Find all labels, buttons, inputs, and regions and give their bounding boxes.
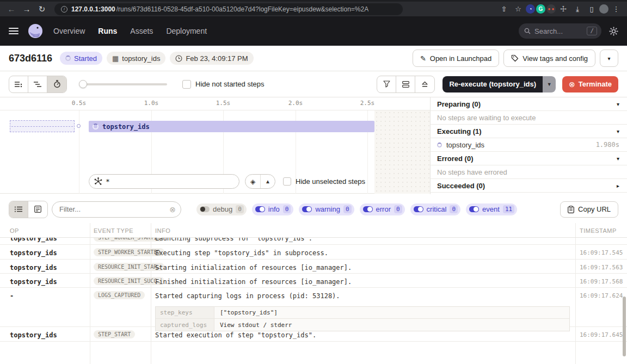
gantt-future-region xyxy=(374,110,430,194)
clear-filter-icon[interactable]: ⊗ xyxy=(169,205,176,214)
spinner-icon xyxy=(93,124,99,129)
axis-tick: 2.0s xyxy=(284,100,308,107)
executing-section-header[interactable]: Executing (1) ▾ xyxy=(431,125,627,138)
settings-gear-icon[interactable] xyxy=(609,27,618,36)
timed-view-button[interactable] xyxy=(47,76,66,92)
toggle-event[interactable]: event 11 xyxy=(466,203,517,215)
nav-item-overview[interactable]: Overview xyxy=(53,27,85,35)
run-actions-menu-button[interactable]: ▾ xyxy=(600,50,618,67)
log-row[interactable]: topstory_ids RESOURCE_INIT_STAR… Startin… xyxy=(0,260,627,274)
col-header-event-type: EVENT TYPE xyxy=(94,227,133,234)
errored-section-header[interactable]: Errored (0) ▾ xyxy=(431,152,627,165)
browser-menu-icon[interactable]: ⋮ xyxy=(610,5,623,13)
metadata-key: step_keys xyxy=(156,307,214,318)
nav-item-runs[interactable]: Runs xyxy=(98,27,117,35)
side-panel-icon[interactable]: ▯ xyxy=(585,5,598,13)
view-tags-config-button[interactable]: View tags and config xyxy=(503,50,595,67)
log-filter-input[interactable] xyxy=(52,201,181,218)
dagster-logo[interactable] xyxy=(27,23,44,39)
gantt-view-mode-group xyxy=(9,76,67,93)
gantt-connector-dot xyxy=(77,124,81,128)
extension-clock-icon[interactable]: ◔ xyxy=(526,4,535,14)
run-time-tag: Feb 23, 4:09:17 PM xyxy=(170,52,253,65)
executing-step-row[interactable]: topstory_ids 1.980s xyxy=(431,138,627,152)
spinner-icon xyxy=(65,55,71,61)
log-filter: ⊗ xyxy=(52,201,181,218)
forward-icon[interactable]: → xyxy=(20,4,34,14)
toggle-info[interactable]: info 0 xyxy=(252,203,294,215)
caret-down-icon: ▾ xyxy=(617,156,619,162)
log-timestamp: 16:09:17.568 xyxy=(580,278,623,285)
log-row-partial[interactable]: topstory_ids STEP_WORKER_STARTI… Launchi… xyxy=(0,238,627,245)
switch-icon xyxy=(414,206,423,212)
gantt-bar-label: topstory_ids xyxy=(102,123,150,131)
col-header-info: INFO xyxy=(155,227,170,234)
flat-view-button[interactable] xyxy=(9,76,28,92)
chevron-down-icon: ▾ xyxy=(607,55,610,61)
circle-x-icon: ⊗ xyxy=(569,80,575,89)
url-bar[interactable]: i 127.0.0.1:3000 /runs/673d6116-0528-45d… xyxy=(54,3,403,15)
grammarly-extension-icon[interactable]: G xyxy=(536,4,545,14)
toggle-debug[interactable]: debug 0 xyxy=(196,203,247,215)
job-tag[interactable]: ▦ topstory_ids xyxy=(107,52,165,65)
terminate-button[interactable]: ⊗ Terminate xyxy=(562,76,618,92)
log-table-header: OP EVENT TYPE INFO TIMESTAMP xyxy=(0,223,627,238)
toggle-error[interactable]: error 0 xyxy=(360,203,405,215)
collapse-filter-button[interactable] xyxy=(377,76,396,92)
hamburger-menu-icon[interactable] xyxy=(9,28,19,34)
waterfall-view-button[interactable] xyxy=(28,76,47,92)
event-type-badge: STEP_WORKER_STARTI… xyxy=(94,238,164,242)
run-id: 673d6116 xyxy=(9,53,52,64)
url-host: 127.0.0.1:3000 xyxy=(71,5,115,13)
switch-icon xyxy=(255,206,265,212)
gantt-plot-area[interactable]: topstory_ids ◈ ▲ Hide unselected steps xyxy=(0,110,430,194)
log-timestamp: 16:09:17.563 xyxy=(580,264,623,271)
open-in-launchpad-button[interactable]: ✎ Open in Launchpad xyxy=(413,50,499,67)
toggle-critical[interactable]: critical 0 xyxy=(410,203,460,215)
log-row[interactable]: topstory_ids RESOURCE_INIT_SUCC… Finishe… xyxy=(0,274,627,288)
structured-log-view-button[interactable] xyxy=(28,201,47,218)
site-info-icon[interactable]: i xyxy=(61,6,67,13)
preparing-section-header[interactable]: Preparing (0) ▾ xyxy=(431,97,627,111)
extension-robot-icon[interactable]: ● ● xyxy=(546,4,556,14)
toggle-warning[interactable]: warning 0 xyxy=(299,203,354,215)
reexecute-button[interactable]: Re-execute (topstory_ids) xyxy=(442,76,543,92)
expand-panel-button[interactable] xyxy=(415,76,434,92)
nav-item-deployment[interactable]: Deployment xyxy=(166,27,207,35)
reload-icon[interactable]: ↻ xyxy=(35,4,49,14)
downloads-icon[interactable]: ⤓ xyxy=(571,5,584,14)
nav-item-assets[interactable]: Assets xyxy=(130,27,153,35)
log-timestamp: 16:09:17.545 xyxy=(580,249,623,256)
profile-avatar[interactable] xyxy=(599,4,608,14)
unstructured-log-view-button[interactable] xyxy=(9,201,28,218)
step-elapsed-time: 1.980s xyxy=(596,141,619,149)
log-timestamp: 16:09:17.624 xyxy=(580,292,623,299)
gantt-step-bar[interactable]: topstory_ids xyxy=(89,121,374,132)
log-row-logs-captured[interactable]: - LOGS_CAPTURED Started capturing logs i… xyxy=(0,288,627,327)
hide-not-started-checkbox[interactable] xyxy=(182,80,191,89)
spinner-icon xyxy=(437,143,442,147)
step-selector-icon xyxy=(94,177,102,186)
axis-tick: 1.5s xyxy=(211,100,235,107)
zoom-slider-thumb[interactable] xyxy=(79,80,87,88)
layers-icon[interactable]: ◈ xyxy=(245,175,260,188)
log-scrollbar-thumb[interactable] xyxy=(623,297,626,356)
share-icon[interactable]: ⇧ xyxy=(497,5,511,13)
extensions-puzzle-icon[interactable]: ☩ xyxy=(557,5,570,13)
split-rows-button[interactable] xyxy=(396,76,415,92)
hide-unselected-checkbox[interactable] xyxy=(283,177,291,186)
succeeded-section-header[interactable]: Succeeded (0) ▸ xyxy=(431,179,627,193)
bookmark-star-icon[interactable]: ☆ xyxy=(512,5,525,13)
collapse-chevron-icon[interactable]: ▲ xyxy=(260,175,275,188)
global-search[interactable]: Search... / xyxy=(519,23,601,39)
zoom-slider[interactable] xyxy=(80,83,167,85)
event-type-badge: RESOURCE_INIT_SUCC… xyxy=(94,277,164,285)
reexecute-dropdown-caret[interactable]: ▼ xyxy=(543,76,556,92)
log-row[interactable]: topstory_ids STEP_START Started executio… xyxy=(0,327,627,342)
copy-url-button[interactable]: Copy URL xyxy=(560,201,618,218)
pencil-icon: ✎ xyxy=(420,54,426,63)
log-row[interactable]: topstory_ids STEP_WORKER_STARTED Executi… xyxy=(0,245,627,260)
step-selection-input[interactable] xyxy=(89,174,239,189)
log-info: Executing step "topstory_ids" in subproc… xyxy=(155,249,328,257)
back-icon[interactable]: ← xyxy=(4,4,19,14)
